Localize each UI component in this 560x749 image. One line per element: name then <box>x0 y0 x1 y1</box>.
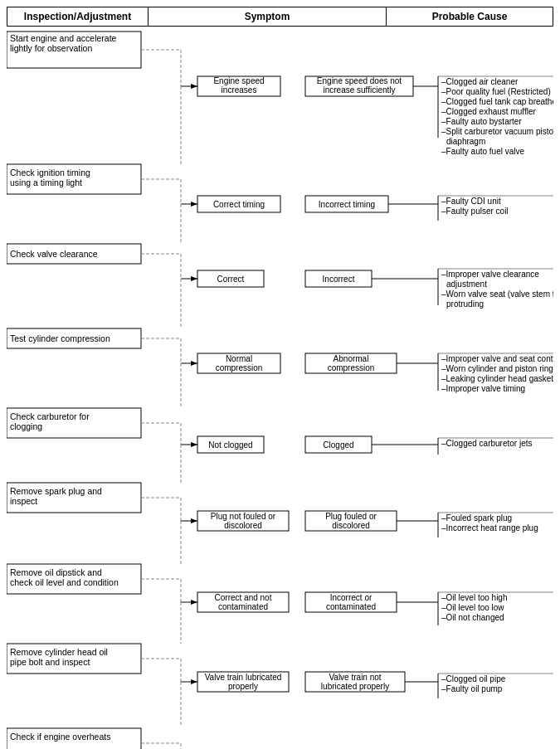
svg-text:–Poor quality fuel (Restricted: –Poor quality fuel (Restricted) <box>441 87 551 96</box>
svg-text:Engine speed does not: Engine speed does not <box>317 76 402 85</box>
svg-text:–Oil level too high: –Oil level too high <box>441 593 508 602</box>
header-row: Inspection/Adjustment Symptom Probable C… <box>7 7 553 27</box>
svg-text:protruding: protruding <box>446 299 484 309</box>
header-cause: Probable Cause <box>387 7 553 26</box>
svg-text:–Clogged air cleaner: –Clogged air cleaner <box>441 77 519 86</box>
svg-text:Start engine and accelerate: Start engine and accelerate <box>10 33 117 43</box>
svg-text:using a timing light: using a timing light <box>10 178 82 187</box>
svg-text:inspect: inspect <box>10 496 37 506</box>
header-symptom: Symptom <box>149 7 387 26</box>
svg-text:–Clogged fuel tank cap breathe: –Clogged fuel tank cap breather hole <box>441 97 553 106</box>
svg-text:Plug fouled or: Plug fouled or <box>325 512 377 521</box>
svg-text:–Fouled spark plug: –Fouled spark plug <box>441 513 512 523</box>
svg-text:properly: properly <box>228 682 258 691</box>
svg-text:–Faulty auto bystarter: –Faulty auto bystarter <box>441 117 522 126</box>
svg-text:–Worn cylinder and piston ring: –Worn cylinder and piston rings <box>441 364 553 373</box>
svg-text:–Faulty oil pump: –Faulty oil pump <box>441 684 503 693</box>
svg-text:–Faulty pulser coil: –Faulty pulser coil <box>441 207 509 216</box>
svg-text:Remove cylinder head oil: Remove cylinder head oil <box>10 647 108 657</box>
svg-text:–Worn valve seat (valve stem t: –Worn valve seat (valve stem too <box>441 289 553 299</box>
svg-text:pipe bolt and inspect: pipe bolt and inspect <box>10 657 90 667</box>
svg-text:–Improper valve timing: –Improper valve timing <box>441 384 525 393</box>
svg-text:Normal: Normal <box>226 354 252 363</box>
svg-text:Correct and not: Correct and not <box>215 593 272 602</box>
svg-text:–Clogged oil pipe: –Clogged oil pipe <box>441 674 506 683</box>
header-inspection: Inspection/Adjustment <box>7 7 149 26</box>
svg-text:–Split carburetor vacuum pisto: –Split carburetor vacuum piston <box>441 127 553 136</box>
svg-text:–Improper valve and seat conta: –Improper valve and seat contact <box>441 354 553 363</box>
svg-text:check oil level and condition: check oil level and condition <box>10 577 119 587</box>
svg-text:–Oil level too low: –Oil level too low <box>441 603 504 612</box>
svg-text:Incorrect or: Incorrect or <box>330 593 373 602</box>
svg-text:contaminated: contaminated <box>326 602 376 611</box>
svg-text:discolored: discolored <box>332 521 370 530</box>
flow-diagram-2: Check if engine overheats Engine does no… <box>7 727 553 749</box>
svg-text:Remove oil dipstick and: Remove oil dipstick and <box>10 567 102 577</box>
svg-text:adjustment: adjustment <box>446 280 487 289</box>
svg-text:increase sufficiently: increase sufficiently <box>323 85 395 95</box>
svg-text:Check ignition timing: Check ignition timing <box>10 168 90 178</box>
svg-text:clogging: clogging <box>10 421 42 431</box>
svg-text:Clogged: Clogged <box>323 440 353 450</box>
svg-text:–Faulty auto fuel valve: –Faulty auto fuel valve <box>441 147 524 156</box>
svg-text:lightly for observation: lightly for observation <box>10 43 92 53</box>
svg-text:compression: compression <box>328 363 375 372</box>
svg-text:Incorrect timing: Incorrect timing <box>319 200 375 209</box>
svg-text:Abnormal: Abnormal <box>334 354 369 363</box>
svg-text:lubricated properly: lubricated properly <box>321 682 389 691</box>
svg-text:Correct: Correct <box>217 275 245 284</box>
diagram-container: Inspection/Adjustment Symptom Probable C… <box>0 0 560 749</box>
svg-text:Remove spark plug and: Remove spark plug and <box>10 486 102 496</box>
svg-text:–Incorrect heat range plug: –Incorrect heat range plug <box>441 523 538 533</box>
svg-text:Check if engine overheats: Check if engine overheats <box>10 732 110 742</box>
svg-text:diaphragm: diaphragm <box>446 137 485 146</box>
svg-text:–Oil not changed: –Oil not changed <box>441 613 504 622</box>
svg-text:compression: compression <box>216 363 263 372</box>
svg-text:Engine speed: Engine speed <box>213 76 264 85</box>
svg-text:contaminated: contaminated <box>218 602 268 611</box>
svg-text:–Improper valve clearance: –Improper valve clearance <box>441 270 539 279</box>
svg-text:Valve train not: Valve train not <box>329 673 381 682</box>
svg-text:increases: increases <box>222 85 257 95</box>
svg-text:Not clogged: Not clogged <box>208 440 252 450</box>
svg-text:discolored: discolored <box>224 521 262 530</box>
svg-text:–Clogged carburetor jets: –Clogged carburetor jets <box>441 439 533 448</box>
svg-text:–Leaking cylinder head gasket: –Leaking cylinder head gasket <box>441 374 553 383</box>
svg-text:Correct timing: Correct timing <box>213 200 265 209</box>
svg-text:–Clogged exhaust muffler: –Clogged exhaust muffler <box>441 107 536 116</box>
svg-text:–Faulty CDI unit: –Faulty CDI unit <box>441 197 501 206</box>
svg-text:Plug not fouled or: Plug not fouled or <box>211 512 276 521</box>
svg-text:Incorrect: Incorrect <box>323 275 355 284</box>
svg-text:Check carburetor for: Check carburetor for <box>10 411 90 421</box>
svg-text:Check valve clearance: Check valve clearance <box>10 249 98 259</box>
svg-text:Valve train lubricated: Valve train lubricated <box>205 673 282 682</box>
svg-text:Test cylinder compression: Test cylinder compression <box>10 333 110 343</box>
flow-diagram: Start engine and accelerate lightly for … <box>7 30 553 743</box>
